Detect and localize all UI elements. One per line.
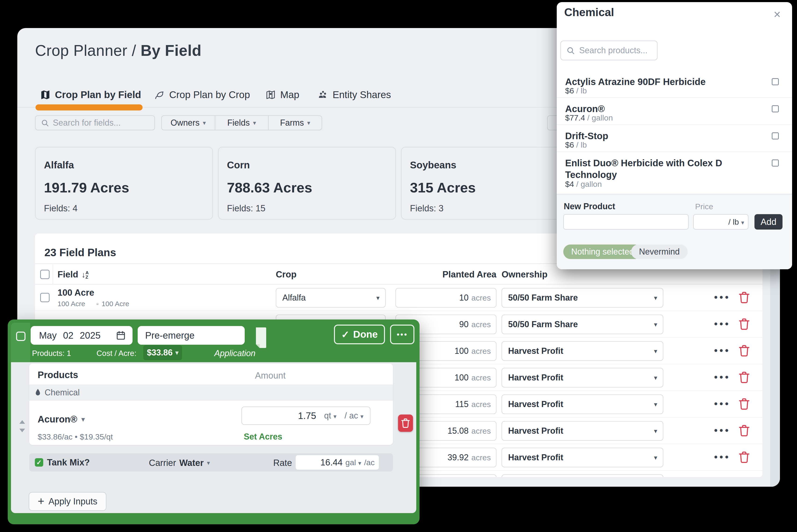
column-header-crop[interactable]: Crop bbox=[276, 269, 296, 280]
note-page-icon[interactable] bbox=[254, 327, 266, 348]
filter-fields[interactable]: Fields▾ bbox=[215, 116, 268, 130]
breadcrumb-section: Crop Planner / bbox=[35, 42, 136, 59]
search-placeholder: Search for fields... bbox=[53, 118, 121, 128]
filter-button-group: Owners▾Fields▾Farms▾ bbox=[161, 115, 322, 130]
row-menu-button[interactable]: ••• bbox=[708, 451, 736, 463]
chevron-down-icon: ▾ bbox=[253, 119, 256, 127]
cost-per-acre-chip[interactable]: $33.86 ▾ bbox=[143, 345, 182, 360]
tab-entity-shares[interactable]: Entity Shares bbox=[318, 89, 391, 100]
chevron-down-icon: ▾ bbox=[207, 459, 210, 467]
apply-inputs-button[interactable]: + Apply Inputs bbox=[29, 492, 106, 511]
row-menu-button[interactable]: ••• bbox=[708, 371, 736, 383]
card-fields-count: Fields: 4 bbox=[44, 204, 78, 213]
row-menu-button[interactable]: ••• bbox=[708, 424, 736, 436]
page-title: Crop Planner / By Field bbox=[35, 42, 201, 59]
row-menu-button[interactable]: ••• bbox=[708, 291, 736, 303]
drag-handle-icon[interactable] bbox=[18, 420, 26, 432]
home-icon bbox=[92, 301, 98, 307]
filter-owners[interactable]: Owners▾ bbox=[162, 116, 215, 130]
crop-select[interactable]: Alfalfa▾ bbox=[276, 288, 386, 308]
tab-crop-plan-by-field[interactable]: Crop Plan by Field bbox=[40, 89, 141, 100]
product-checkbox[interactable] bbox=[772, 105, 779, 112]
select-all-checkbox[interactable] bbox=[40, 270, 50, 279]
add-product-button[interactable]: Add bbox=[755, 214, 782, 230]
planted-area-value: 10 bbox=[459, 293, 469, 303]
plus-icon: + bbox=[38, 495, 44, 508]
ownership-select[interactable]: Harvest Profit▾ bbox=[502, 448, 663, 467]
chevron-down-icon: ▾ bbox=[654, 347, 657, 355]
product-row: Drift-Stop$6 / lb bbox=[557, 125, 792, 152]
delete-row-button[interactable] bbox=[739, 398, 750, 411]
ownership-value: 50/50 Farm Share bbox=[508, 293, 578, 303]
map-book-icon bbox=[40, 90, 51, 100]
more-options-button[interactable]: ••• bbox=[390, 325, 414, 344]
column-header-planted-area[interactable]: Planted Area bbox=[396, 269, 496, 280]
delete-row-button[interactable] bbox=[739, 451, 750, 464]
tank-mix-label: Tank Mix? bbox=[47, 457, 90, 468]
tab-map[interactable]: Map bbox=[265, 89, 300, 100]
ownership-select[interactable]: 50/50 Farm Share▾ bbox=[502, 288, 663, 308]
ownership-select[interactable]: Harvest Profit▾ bbox=[502, 341, 663, 361]
column-header-field[interactable]: Field↓AZ bbox=[57, 269, 89, 280]
chevron-down-icon: ▾ bbox=[654, 321, 657, 328]
row-menu-button[interactable]: ••• bbox=[708, 398, 736, 410]
chevron-down-icon: ▾ bbox=[654, 454, 657, 461]
breadcrumb-current: By Field bbox=[141, 42, 201, 59]
vertical-scrollbar[interactable] bbox=[770, 233, 780, 487]
rate-unit-select[interactable]: gal ▾ bbox=[345, 458, 361, 467]
delete-row-button[interactable] bbox=[739, 424, 750, 437]
row-checkbox[interactable] bbox=[40, 293, 50, 302]
per-unit-select[interactable]: / ac ▾ bbox=[345, 411, 363, 421]
card-acres-value: 191.79 Acres bbox=[44, 179, 129, 196]
chevron-down-icon: ▾ bbox=[654, 374, 657, 382]
delete-row-button[interactable] bbox=[739, 318, 750, 331]
carrier-select[interactable]: Carrier Water ▾ bbox=[149, 458, 210, 468]
chevron-down-icon: ▾ bbox=[654, 427, 657, 435]
product-select[interactable]: Acuron® ▾ bbox=[38, 414, 85, 424]
search-input[interactable]: Search for fields... bbox=[35, 115, 155, 130]
chevron-down-icon: ▾ bbox=[654, 294, 657, 302]
ownership-select[interactable]: Harvest Profit▾ bbox=[502, 368, 663, 387]
filter-farms[interactable]: Farms▾ bbox=[268, 116, 322, 130]
price-unit-select[interactable]: / lb ▾ bbox=[728, 217, 744, 227]
unit-select[interactable]: qt ▾ bbox=[324, 411, 337, 421]
product-checkbox[interactable] bbox=[772, 159, 779, 167]
delete-product-button[interactable] bbox=[398, 415, 413, 432]
product-row: Actylis Atrazine 90DF Herbicide$6 / lb bbox=[557, 71, 792, 98]
date-field[interactable]: May 02 2025 bbox=[31, 326, 132, 345]
tab-crop-plan-by-crop[interactable]: Crop Plan by Crop bbox=[154, 89, 250, 100]
amount-input-group[interactable]: 1.75 qt ▾ / ac ▾ bbox=[241, 406, 370, 425]
rate-label: Rate bbox=[273, 458, 292, 468]
ownership-select[interactable]: Harvest Profit▾ bbox=[502, 395, 663, 414]
product-search-input[interactable]: Search products... bbox=[560, 41, 657, 60]
row-menu-button[interactable]: ••• bbox=[708, 345, 736, 356]
rate-value[interactable]: 16.44 bbox=[321, 457, 343, 468]
product-checkbox[interactable] bbox=[772, 78, 779, 85]
ownership-select[interactable] bbox=[502, 474, 663, 477]
done-button[interactable]: ✓ Done bbox=[334, 325, 385, 344]
planted-area-input[interactable]: 10acres bbox=[396, 288, 496, 308]
category-label: Chemical bbox=[44, 388, 80, 398]
close-icon[interactable]: × bbox=[774, 7, 781, 21]
application-checkbox[interactable] bbox=[16, 331, 25, 341]
amount-value[interactable]: 1.75 bbox=[298, 411, 316, 421]
delete-row-button[interactable] bbox=[739, 291, 750, 304]
nevermind-button[interactable]: Nevermind bbox=[631, 245, 688, 259]
set-acres-link[interactable]: Set Acres bbox=[244, 432, 282, 442]
price-input[interactable]: / lb ▾ bbox=[693, 214, 748, 230]
ownership-select[interactable]: 50/50 Farm Share▾ bbox=[502, 315, 663, 334]
delete-row-button[interactable] bbox=[739, 344, 750, 357]
application-name-field[interactable]: Pre-emerge bbox=[138, 326, 245, 345]
product-checkbox[interactable] bbox=[772, 132, 779, 139]
column-header-ownership[interactable]: Ownership bbox=[502, 269, 547, 280]
delete-row-button[interactable] bbox=[739, 371, 750, 384]
summary-card-soybeans: Soybeans315 AcresFields: 3 bbox=[401, 147, 579, 220]
rate-input-group[interactable]: 16.44 gal ▾ /ac bbox=[296, 455, 379, 470]
ownership-select[interactable]: Harvest Profit▾ bbox=[502, 421, 663, 441]
tank-mix-checkbox[interactable]: ✓ bbox=[35, 458, 43, 467]
selection-status-pill[interactable]: Nothing selected bbox=[563, 245, 642, 259]
row-menu-button[interactable]: ••• bbox=[708, 318, 736, 330]
new-product-input[interactable] bbox=[563, 214, 689, 230]
leaf-cycle-icon bbox=[154, 90, 165, 100]
map-icon bbox=[265, 90, 276, 100]
